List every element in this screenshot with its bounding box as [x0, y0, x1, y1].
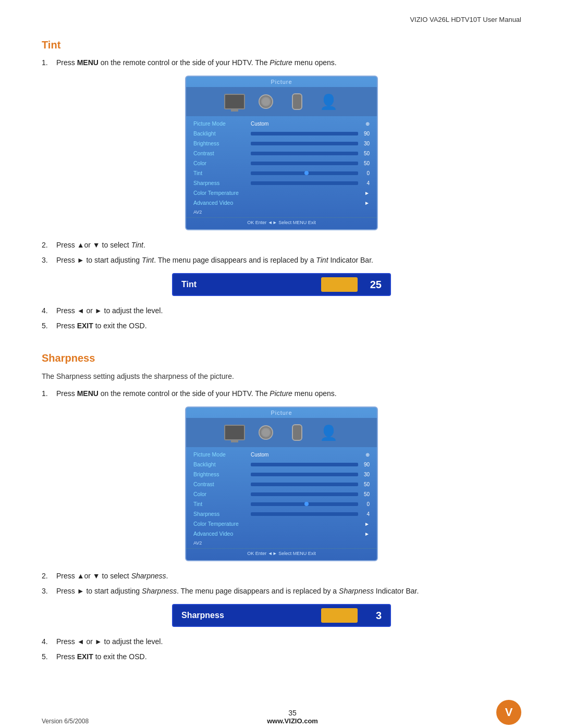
sharpness-step-3: 3. Press ► to start adjusting Sharpness.…: [42, 586, 521, 597]
footer-version: Version 6/5/2008: [42, 718, 89, 725]
tint-indicator-bar: Tint 25: [172, 273, 391, 296]
pm-row-tint: Tint 0: [193, 169, 370, 177]
sharpness-section: Sharpness The Sharpness setting adjusts …: [42, 352, 521, 662]
logo-letter: V: [505, 706, 513, 719]
sharpness-step-5: 5. Press EXIT to exit the OSD.: [42, 651, 521, 662]
spm-title: Picture: [186, 408, 377, 418]
sharpness-indicator-value: 3: [366, 610, 382, 622]
spm-row-picture-mode: Picture Mode Custom ⊕: [193, 450, 370, 459]
tint-indicator-wrap: Tint 25: [42, 273, 521, 296]
pm-icons: 👤: [186, 87, 377, 116]
spm-icons: 👤: [186, 418, 377, 447]
sharpness-step-2: 2. Press ▲or ▼ to select Sharpness.: [42, 571, 521, 582]
page-footer: Version 6/5/2008 35 www.VIZIO.com V: [42, 700, 521, 725]
page-number: 35: [267, 709, 318, 717]
pm-icon-speaker: [254, 92, 277, 111]
tint-picture-menu: Picture 👤 Picture Mode: [185, 76, 378, 230]
spm-icon-remote: [286, 423, 309, 442]
tint-picture-menu-wrap: Picture 👤 Picture Mode: [42, 76, 521, 230]
tint-step-2: 2. Press ▲or ▼ to select Tint.: [42, 240, 521, 251]
sharpness-steps-1: 1. Press MENU on the remote control or t…: [42, 388, 521, 399]
spm-row-advanced-video: Advanced Video ►: [193, 529, 370, 538]
tint-indicator-label: Tint: [181, 280, 244, 289]
sharpness-title: Sharpness: [42, 352, 521, 364]
pm-source: AV2: [193, 209, 202, 215]
remote-icon-2: [292, 424, 302, 441]
pm-row-contrast: Contrast 50: [193, 149, 370, 157]
vizio-logo: V: [496, 700, 521, 725]
page-header: VIZIO VA26L HDTV10T User Manual: [42, 16, 521, 23]
sharpness-steps-3: 4. Press ◄ or ► to adjust the level. 5. …: [42, 636, 521, 662]
pm-icon-tv: [223, 92, 246, 111]
pm-row-advanced-video: Advanced Video ►: [193, 199, 370, 207]
spm-icon-user: 👤: [317, 423, 340, 442]
pm-row-backlight: Backlight 90: [193, 129, 370, 138]
sharpness-step-4: 4. Press ◄ or ► to adjust the level.: [42, 636, 521, 647]
tint-steps-3: 4. Press ◄ or ► to adjust the level. 5. …: [42, 305, 521, 331]
pm-icon-user: 👤: [317, 92, 340, 111]
sharpness-indicator-box: [321, 608, 358, 623]
footer-center: 35 www.VIZIO.com: [267, 709, 318, 725]
spm-source: AV2: [193, 540, 202, 546]
spm-footer: OK Enter ◄► Select MENU Exit: [186, 548, 377, 556]
sharpness-steps-2: 2. Press ▲or ▼ to select Sharpness. 3. P…: [42, 571, 521, 597]
tint-step-4: 4. Press ◄ or ► to adjust the level.: [42, 305, 521, 316]
tint-steps-2: 2. Press ▲or ▼ to select Tint. 3. Press …: [42, 240, 521, 266]
footer-website: www.VIZIO.com: [267, 717, 318, 725]
tint-steps: 1. Press MENU on the remote control or t…: [42, 57, 521, 68]
pm-row-sharpness: Sharpness 4: [193, 179, 370, 187]
sharpness-indicator-bar: Sharpness 3: [172, 604, 391, 627]
sharpness-step-1: 1. Press MENU on the remote control or t…: [42, 388, 521, 399]
tint-section: Tint 1. Press MENU on the remote control…: [42, 39, 521, 331]
sharpness-indicator-label: Sharpness: [181, 611, 244, 620]
tint-step-5: 5. Press EXIT to exit the OSD.: [42, 320, 521, 331]
speaker-icon: [259, 94, 273, 109]
sharpness-description: The Sharpness setting adjusts the sharpn…: [42, 371, 521, 382]
spm-row-sharpness: Sharpness 4: [193, 510, 370, 518]
pm-title: Picture: [186, 77, 377, 87]
spm-row-tint: Tint 0: [193, 500, 370, 508]
user-icon-2: 👤: [320, 424, 338, 441]
spm-row-backlight: Backlight 90: [193, 460, 370, 468]
remote-icon: [292, 93, 302, 110]
pm-row-picture-mode: Picture Mode Custom ⊕: [193, 119, 370, 128]
tint-step-1: 1. Press MENU on the remote control or t…: [42, 57, 521, 68]
pm-footer: OK Enter ◄► Select MENU Exit: [186, 217, 377, 225]
spm-icon-tv: [223, 423, 246, 442]
pm-row-color: Color 50: [193, 159, 370, 167]
pm-row-color-temp: Color Temperature ►: [193, 189, 370, 197]
pm-row-brightness: Brightness 30: [193, 139, 370, 147]
speaker-icon-2: [259, 425, 273, 440]
tint-title: Tint: [42, 39, 521, 51]
tint-step-3: 3. Press ► to start adjusting Tint. The …: [42, 255, 521, 266]
spm-icon-speaker: [254, 423, 277, 442]
spm-row-color: Color 50: [193, 490, 370, 498]
tv-icon: [224, 94, 245, 109]
spm-rows: Picture Mode Custom ⊕ Backlight 90: [186, 450, 377, 538]
pm-rows: Picture Mode Custom ⊕ Backlight 90: [186, 119, 377, 207]
spm-row-color-temp: Color Temperature ►: [193, 520, 370, 528]
tv-icon-2: [224, 425, 245, 440]
sharpness-picture-menu: Picture 👤 Picture Mode: [185, 406, 378, 561]
user-icon: 👤: [320, 93, 338, 110]
sharpness-picture-menu-wrap: Picture 👤 Picture Mode: [42, 406, 521, 561]
pm-icon-remote: [286, 92, 309, 111]
spm-row-brightness: Brightness 30: [193, 470, 370, 478]
spm-row-contrast: Contrast 50: [193, 480, 370, 488]
manual-title: VIZIO VA26L HDTV10T User Manual: [410, 16, 521, 23]
tint-indicator-value: 25: [366, 279, 382, 291]
tint-indicator-box: [321, 277, 358, 292]
sharpness-indicator-wrap: Sharpness 3: [42, 604, 521, 627]
